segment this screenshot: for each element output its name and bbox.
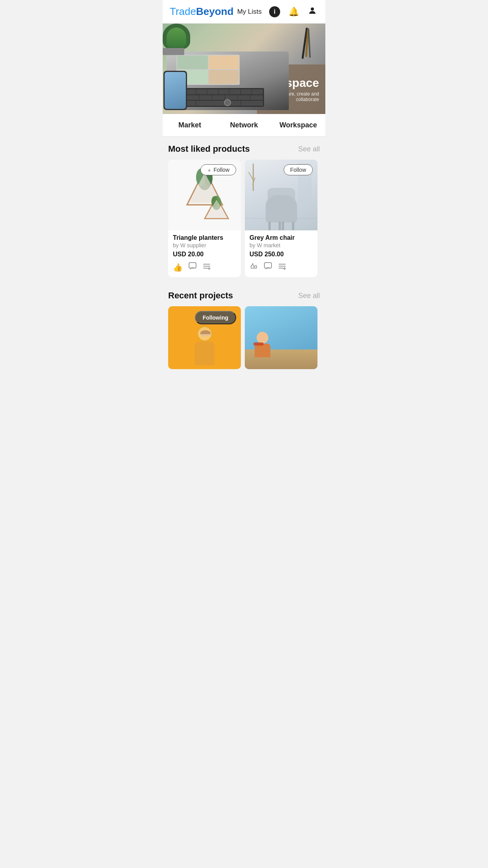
comment-button-1[interactable] bbox=[188, 262, 197, 272]
most-liked-section: Most liked products See all bbox=[163, 137, 325, 283]
notifications-button[interactable]: 🔔 bbox=[288, 6, 299, 18]
comment-button-2[interactable] bbox=[264, 262, 272, 272]
logo-trade: Trade bbox=[170, 6, 196, 17]
tab-market[interactable]: Market bbox=[163, 114, 217, 136]
product-1-actions: 👍 bbox=[168, 262, 241, 272]
product-1-supplier: by W supplier bbox=[173, 242, 236, 248]
workspace-banner: Workspace Capture, create and collaborat… bbox=[163, 24, 325, 114]
products-list: ▲ Follow Triangle planters by W supplier… bbox=[168, 160, 320, 280]
recent-projects-see-all[interactable]: See all bbox=[298, 292, 320, 300]
product-2-info: Grey Arm chair by W market USD 250.00 bbox=[245, 230, 317, 258]
most-liked-header: Most liked products See all bbox=[168, 144, 320, 154]
add-to-list-button-2[interactable] bbox=[278, 262, 286, 272]
recent-projects-header: Recent projects See all bbox=[168, 291, 320, 301]
main-nav: Market Network Workspace bbox=[163, 114, 325, 137]
projects-list: Following bbox=[168, 306, 320, 369]
logo-beyond: Beyond bbox=[196, 6, 233, 17]
svg-rect-16 bbox=[264, 263, 272, 268]
app-header: TradeBeyond My Lists i 🔔 bbox=[163, 0, 325, 24]
person-icon bbox=[308, 6, 317, 18]
product-1-name: Triangle planters bbox=[173, 234, 236, 241]
profile-button[interactable] bbox=[306, 6, 318, 18]
most-liked-title: Most liked products bbox=[168, 144, 250, 154]
info-button[interactable]: i bbox=[269, 6, 281, 18]
product-2-name: Grey Arm chair bbox=[250, 234, 313, 241]
product-card-2: Follow Grey Arm chair by W market USD 25… bbox=[245, 160, 317, 277]
product-card-1: ▲ Follow Triangle planters by W supplier… bbox=[168, 160, 241, 277]
product-1-price: USD 20.00 bbox=[173, 251, 236, 258]
product-2-supplier: by W market bbox=[250, 242, 313, 248]
project-card-1: Following bbox=[168, 306, 241, 369]
product-1-info: Triangle planters by W supplier USD 20.0… bbox=[168, 230, 241, 258]
product-2-actions bbox=[245, 262, 317, 272]
tab-network[interactable]: Network bbox=[217, 114, 271, 136]
project-1-following-button[interactable]: Following bbox=[195, 311, 236, 324]
product-2-follow-button[interactable]: Follow bbox=[284, 164, 313, 175]
recent-projects-title: Recent projects bbox=[168, 291, 233, 301]
svg-point-0 bbox=[311, 7, 314, 11]
tab-workspace[interactable]: Workspace bbox=[271, 114, 325, 136]
project-card-2 bbox=[245, 306, 317, 369]
header-actions: My Lists i 🔔 bbox=[237, 6, 318, 18]
svg-rect-10 bbox=[189, 263, 196, 268]
info-icon: i bbox=[269, 6, 280, 17]
most-liked-see-all[interactable]: See all bbox=[298, 145, 320, 153]
like-button-1[interactable]: 👍 bbox=[173, 263, 183, 272]
recent-projects-section: Recent projects See all Following bbox=[163, 283, 325, 373]
add-to-list-button-1[interactable] bbox=[202, 262, 211, 272]
product-2-price: USD 250.00 bbox=[250, 251, 313, 258]
bell-icon: 🔔 bbox=[288, 7, 299, 17]
product-1-follow-button[interactable]: ▲ Follow bbox=[200, 164, 236, 175]
like-button-2[interactable] bbox=[250, 262, 258, 272]
my-lists-link[interactable]: My Lists bbox=[237, 8, 262, 16]
app-logo: TradeBeyond bbox=[170, 6, 233, 18]
